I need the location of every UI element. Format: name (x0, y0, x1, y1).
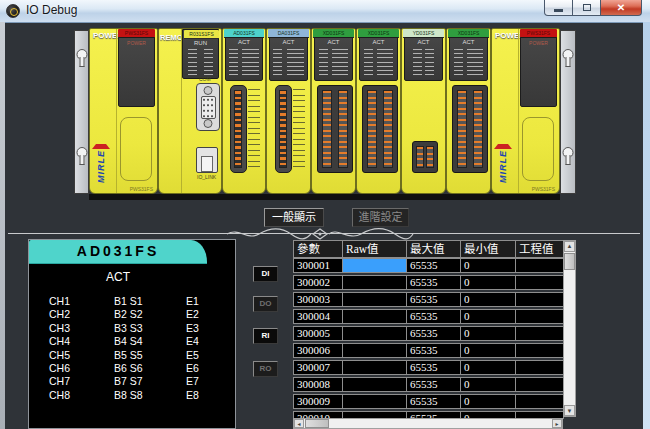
rack-bracket-right (560, 30, 576, 194)
led-column (319, 49, 328, 77)
channel-row: CH6B6 S6E6 (29, 362, 237, 375)
horizontal-scroll-thumb[interactable] (305, 419, 329, 428)
table-cell[interactable] (516, 292, 564, 307)
table-cell[interactable]: 300003 (293, 292, 343, 307)
keyhole-icon (76, 147, 87, 158)
table-cell[interactable]: 65535 (407, 343, 461, 358)
di-button[interactable]: DI (253, 266, 278, 282)
table-cell[interactable]: 0 (461, 326, 516, 341)
table-cell[interactable]: 65535 (407, 309, 461, 324)
table-cell[interactable] (343, 394, 407, 409)
table-cell[interactable]: 0 (461, 275, 516, 290)
table-cell[interactable]: 0 (461, 394, 516, 409)
table-cell[interactable]: 300007 (293, 360, 343, 375)
advanced-settings-button[interactable]: 進階設定 (352, 208, 409, 227)
column-header-3[interactable]: 最小值 (461, 240, 516, 258)
table-cell[interactable]: 65535 (407, 377, 461, 392)
scroll-left-button[interactable]: ◄ (294, 419, 304, 428)
table-cell[interactable] (516, 326, 564, 341)
table-cell[interactable]: 0 (461, 360, 516, 375)
module-analog-input[interactable]: AD031FS ACT (222, 28, 266, 194)
led-column (413, 49, 422, 77)
column-header-0[interactable]: 參數 (293, 240, 343, 258)
horizontal-scrollbar[interactable]: ◄ ► (293, 418, 563, 429)
module-remote[interactable]: REMOTE R031S1FS RUN COM IO_LINK (158, 28, 222, 194)
table-cell[interactable] (343, 326, 407, 341)
table-cell[interactable]: 300004 (293, 309, 343, 324)
table-cell[interactable]: 65535 (407, 394, 461, 409)
table-cell[interactable]: 65535 (407, 292, 461, 307)
table-cell[interactable]: 65535 (407, 275, 461, 290)
channel-value: B1 S1 (114, 295, 143, 307)
table-cell[interactable]: 65535 (407, 326, 461, 341)
table-cell[interactable] (343, 292, 407, 307)
column-header-1[interactable]: Raw值 (343, 240, 407, 258)
table-cell[interactable]: 0 (461, 258, 516, 273)
scroll-down-button[interactable]: ▼ (564, 405, 575, 416)
table-cell[interactable] (343, 377, 407, 392)
table-cell[interactable]: 65535 (407, 360, 461, 375)
title-bar[interactable]: IO Debug ✕ (0, 0, 650, 23)
module-power-right[interactable]: POWER PWS31FS POWER MIRLE PWS31FS (491, 28, 560, 194)
table-cell[interactable]: 0 (461, 343, 516, 358)
module-power-left[interactable]: POWER PWS31FS POWER MIRLE PWS31FS (89, 28, 158, 194)
channel-value: CH6 (49, 362, 70, 374)
column-header-4[interactable]: 工程值 (516, 240, 564, 258)
table-cell[interactable] (343, 360, 407, 375)
table-cell[interactable]: 300001 (293, 258, 343, 273)
minimize-button[interactable] (544, 0, 573, 16)
table-cell[interactable] (516, 309, 564, 324)
table-cell[interactable]: 0 (461, 377, 516, 392)
module-digital-2[interactable]: XD031FS ACT (356, 28, 401, 194)
scroll-right-button[interactable]: ► (552, 419, 562, 428)
table-cell[interactable]: 300002 (293, 275, 343, 290)
table-cell[interactable] (516, 343, 564, 358)
table-cell[interactable]: 300006 (293, 343, 343, 358)
table-row: 300008655350 (293, 377, 564, 392)
io-connector (452, 85, 488, 173)
table-cell[interactable] (343, 258, 407, 273)
table-cell[interactable]: 300009 (293, 394, 343, 409)
channel-value: B3 S3 (114, 322, 143, 334)
table-cell[interactable] (516, 394, 564, 409)
ro-button[interactable]: RO (253, 361, 278, 377)
channel-value: B8 S8 (114, 389, 143, 401)
column-header-2[interactable]: 最大值 (407, 240, 461, 258)
channel-value: CH5 (49, 349, 70, 361)
table-cell[interactable] (343, 275, 407, 290)
channel-row: CH4B4 S4E4 (29, 335, 237, 348)
table-body: 3000016553503000026553503000036553503000… (293, 258, 564, 419)
module-digital-4[interactable]: XD031FS ACT (446, 28, 491, 194)
table-cell[interactable] (516, 258, 564, 273)
maximize-button[interactable] (573, 0, 600, 16)
panel-title: ACT (360, 38, 397, 47)
panel-title: ACT (270, 38, 307, 47)
table-cell[interactable] (343, 309, 407, 324)
module-digital-1[interactable]: XD031FS ACT (311, 28, 356, 194)
led-column (229, 49, 238, 77)
vertical-scroll-thumb[interactable] (564, 253, 575, 270)
table-row: 300004655350 (293, 309, 564, 324)
do-button[interactable]: DO (253, 296, 278, 312)
connector-contacts (457, 90, 467, 168)
vertical-scrollbar[interactable]: ▲ ▼ (563, 240, 576, 417)
table-cell[interactable]: 0 (461, 309, 516, 324)
module-analog-output[interactable]: DA031FS ACT (266, 28, 311, 194)
table-cell[interactable] (516, 275, 564, 290)
table-cell[interactable]: 300008 (293, 377, 343, 392)
window-frame-left (0, 22, 5, 429)
table-cell[interactable]: 65535 (407, 258, 461, 273)
table-cell[interactable] (516, 360, 564, 375)
module-digital-3[interactable]: YD031FS ACT (401, 28, 446, 194)
general-display-button[interactable]: 一般顯示 (264, 208, 324, 227)
ethernet-port (196, 147, 218, 173)
connector-contacts (383, 90, 393, 168)
close-button[interactable]: ✕ (600, 0, 642, 16)
table-cell[interactable]: 300005 (293, 326, 343, 341)
scroll-up-button[interactable]: ▲ (564, 241, 575, 252)
table-cell[interactable]: 0 (461, 292, 516, 307)
channel-row: CH1B1 S1E1 (29, 295, 237, 308)
ri-button[interactable]: RI (253, 328, 278, 344)
table-cell[interactable] (516, 377, 564, 392)
table-cell[interactable] (343, 343, 407, 358)
